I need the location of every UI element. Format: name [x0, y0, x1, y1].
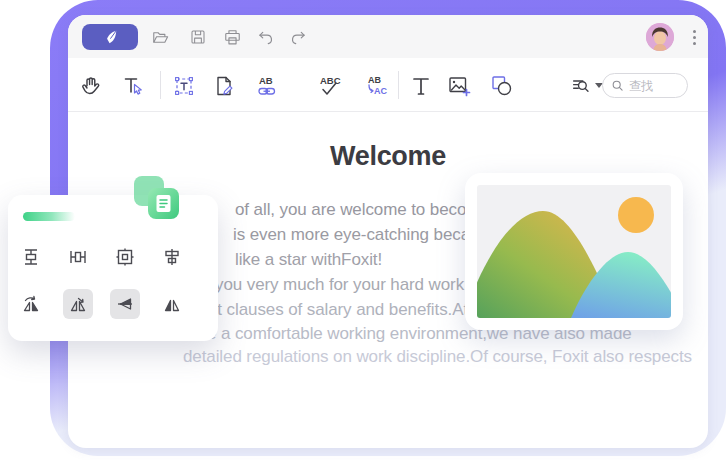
- search-icon: [611, 79, 624, 92]
- toolbar-divider: [160, 71, 161, 99]
- save-icon[interactable]: [186, 25, 210, 49]
- document-title: Welcome: [68, 141, 708, 172]
- image-preview-card: [465, 173, 683, 330]
- link-text-tool-icon[interactable]: AB: [252, 72, 282, 100]
- text-box-tool-icon[interactable]: [169, 72, 199, 100]
- flip-horizontal-arrow-icon[interactable]: [63, 289, 93, 319]
- sun: [618, 197, 654, 233]
- add-image-tool-icon[interactable]: [444, 72, 474, 100]
- svg-text:AB: AB: [368, 75, 381, 85]
- svg-text:AB: AB: [259, 75, 273, 86]
- document-text-line: detailed regulations on work discipline.…: [183, 347, 692, 367]
- list-search-icon[interactable]: [570, 72, 592, 100]
- app-logo-button[interactable]: [82, 24, 138, 50]
- toolbar: AB ABC AB AC: [68, 58, 708, 112]
- svg-text:ABC: ABC: [320, 75, 341, 86]
- distribute-vertical-icon[interactable]: [16, 242, 46, 272]
- green-document-badge: [134, 176, 182, 224]
- search-input[interactable]: [629, 79, 679, 93]
- flip-right-icon[interactable]: [110, 289, 140, 319]
- titlebar: [68, 15, 708, 58]
- align-center-box-icon[interactable]: [110, 242, 140, 272]
- kebab-menu-icon[interactable]: [684, 25, 704, 49]
- edit-page-tool-icon[interactable]: [209, 72, 239, 100]
- text-select-tool-icon[interactable]: [118, 72, 148, 100]
- pen-nib-icon: [100, 27, 120, 47]
- add-shapes-tool-icon[interactable]: [487, 72, 517, 100]
- replace-text-tool-icon[interactable]: AB AC: [360, 72, 390, 100]
- toolbar-divider: [398, 71, 399, 99]
- document-text-line: k you very much for your hard work, so w: [202, 275, 508, 295]
- progress-pill: [23, 212, 75, 221]
- document-text-line: like a star withFoxit!: [235, 250, 382, 270]
- search-box[interactable]: [602, 73, 688, 98]
- distribute-horizontal-icon[interactable]: [63, 242, 93, 272]
- print-icon[interactable]: [220, 25, 244, 49]
- app-stage: AB ABC AB AC: [0, 0, 728, 470]
- add-text-tool-icon[interactable]: [406, 72, 436, 100]
- user-avatar[interactable]: [646, 23, 674, 51]
- document-text-line: nt clauses of salary and benefits.At the…: [208, 300, 509, 320]
- spell-check-tool-icon[interactable]: ABC: [315, 72, 345, 100]
- landscape-image[interactable]: [477, 185, 671, 318]
- undo-icon[interactable]: [253, 25, 277, 49]
- document-icon: [148, 188, 179, 219]
- align-horizontal-center-icon[interactable]: [157, 242, 187, 272]
- svg-text:AC: AC: [374, 86, 387, 96]
- redo-icon[interactable]: [286, 25, 310, 49]
- open-folder-icon[interactable]: [148, 25, 172, 49]
- flip-horizontal-icon[interactable]: [157, 289, 187, 319]
- align-tools-panel: [8, 195, 218, 341]
- rotate-flip-icon[interactable]: [16, 289, 46, 319]
- hand-tool-icon[interactable]: [76, 72, 106, 100]
